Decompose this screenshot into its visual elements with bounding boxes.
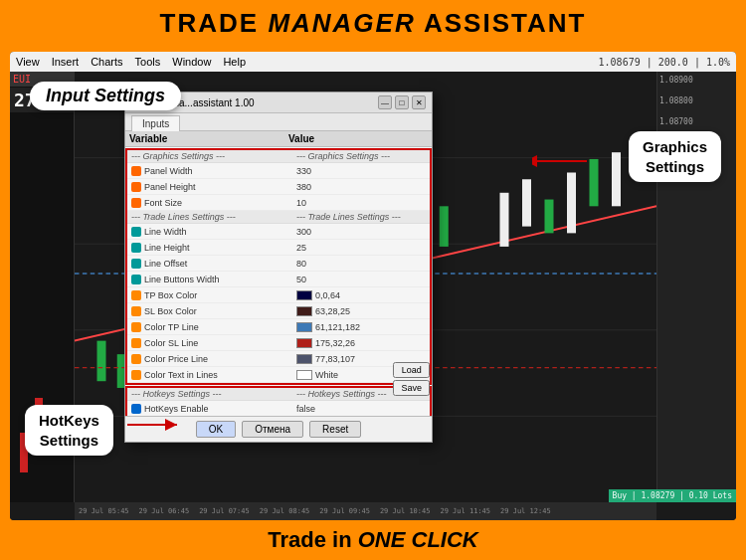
time-3: 29 Jul 07:45 [199, 507, 250, 515]
trade-lines-header: --- Trade Lines Settings --- --- Trade L… [127, 211, 430, 224]
dialog-controls: — □ ✕ [378, 95, 426, 109]
row-line-offset[interactable]: Line Offset 80 [127, 256, 430, 272]
time-2: 29 Jul 06:45 [139, 507, 190, 515]
close-button[interactable]: ✕ [412, 95, 426, 109]
icon-color-tp-line [131, 322, 141, 332]
time-8: 29 Jul 12:45 [500, 507, 551, 515]
svg-rect-22 [440, 206, 449, 247]
row-name-color-tp-line: Color TP Line [144, 322, 296, 332]
time-6: 29 Jul 10:45 [380, 507, 431, 515]
trade-lines-name: --- Trade Lines Settings --- [131, 212, 296, 222]
row-name-color-price-line: Color Price Line [144, 354, 296, 364]
load-button[interactable]: Load [393, 362, 430, 378]
hotkeys-header-name: --- Hotkeys Settings --- [131, 389, 296, 399]
row-name-panel-height: Panel Height [144, 182, 296, 192]
graphics-header-value: --- Graphics Settings --- [296, 151, 426, 161]
icon-sl-box-color [131, 306, 141, 316]
menu-charts[interactable]: Charts [91, 56, 122, 68]
ok-button[interactable]: OK [196, 421, 236, 438]
row-value-panel-width: 330 [296, 166, 426, 176]
row-value-sl-box-color: 63,28,25 [296, 306, 426, 316]
menu-view[interactable]: View [16, 56, 40, 68]
icon-color-sl-line [131, 338, 141, 348]
graphics-header-name: --- Graphics Settings --- [131, 151, 296, 161]
icon-line-buttons-width [131, 275, 141, 284]
row-name-panel-width: Panel Width [144, 166, 296, 176]
row-color-text[interactable]: Color Text in Lines White [127, 367, 430, 383]
icon-panel-width [131, 166, 141, 176]
save-button[interactable]: Save [393, 380, 430, 396]
menu-help[interactable]: Help [223, 56, 246, 68]
row-value-hotkeys-enable: false [296, 404, 426, 414]
hotkeys-section-header: --- Hotkeys Settings --- --- Hotkeys Set… [127, 388, 430, 401]
hotkeys-callout: HotKeysSettings [25, 405, 113, 456]
time-7: 29 Jul 11:45 [440, 507, 490, 515]
row-name-color-text: Color Text in Lines [144, 370, 296, 380]
row-name-font-size: Font Size [144, 198, 296, 208]
menu-tools[interactable]: Tools [135, 56, 161, 68]
svg-rect-28 [612, 152, 621, 206]
menu-insert[interactable]: Insert [52, 56, 80, 68]
icon-panel-height [131, 182, 141, 192]
row-panel-height[interactable]: Panel Height 380 [127, 179, 430, 195]
row-font-size[interactable]: Font Size 10 [127, 195, 430, 211]
maximize-button[interactable]: □ [395, 95, 409, 109]
row-line-buttons-width[interactable]: Line Buttons Width 50 [127, 272, 430, 287]
sl-line-swatch [296, 338, 312, 348]
svg-rect-25 [545, 200, 554, 234]
row-name-line-height: Line Height [144, 243, 296, 253]
row-color-price-line[interactable]: Color Price Line 77,83,107 [127, 351, 430, 367]
banner-text-trade: TRADE [160, 8, 269, 38]
row-value-tp-box-color: 0,0,64 [296, 290, 426, 300]
row-value-font-size: 10 [296, 198, 426, 208]
graphics-section: --- Graphics Settings --- --- Graphics S… [125, 148, 432, 385]
icon-tp-box-color [131, 290, 141, 300]
hotkeys-section: --- Hotkeys Settings --- --- Hotkeys Set… [125, 386, 432, 416]
svg-rect-26 [567, 172, 576, 233]
menu-bar: View Insert Charts Tools Window Help 1.0… [10, 52, 736, 72]
row-value-panel-height: 380 [296, 182, 426, 192]
col-value: Value [288, 133, 418, 144]
row-line-height[interactable]: Line Height 25 [127, 240, 430, 256]
row-hotkeys-enable[interactable]: HotKeys Enable false [127, 401, 430, 416]
row-value-line-height: 25 [296, 243, 426, 253]
row-color-tp-line[interactable]: Color TP Line 61,121,182 [127, 319, 430, 335]
svg-rect-24 [522, 179, 531, 226]
top-banner: TRADE MANAGER ASSISTANT [0, 0, 746, 45]
hotkeys-callout-label: HotKeysSettings [39, 412, 99, 449]
row-color-sl-line[interactable]: Color SL Line 175,32,26 [127, 335, 430, 351]
sl-swatch [296, 306, 312, 316]
icon-font-size [131, 198, 141, 208]
row-sl-box-color[interactable]: SL Box Color 63,28,25 [127, 303, 430, 319]
price-display: 1.08679 | 200.0 | 1.0% [599, 57, 730, 68]
col-variable: Variable [129, 133, 288, 144]
icon-color-price-line [131, 354, 141, 364]
row-value-line-buttons-width: 50 [296, 275, 426, 284]
banner-text-assistant: ASSISTANT [416, 8, 587, 38]
row-panel-width[interactable]: Panel Width 330 [127, 163, 430, 179]
time-4: 29 Jul 08:45 [260, 507, 310, 515]
settings-table[interactable]: --- Graphics Settings --- --- Graphics S… [125, 147, 432, 416]
right-side-btns: Load Save [393, 362, 430, 396]
row-value-color-sl-line: 175,32,26 [296, 338, 426, 348]
row-line-width[interactable]: Line Width 300 [127, 224, 430, 240]
main-content: View Insert Charts Tools Window Help 1.0… [10, 52, 736, 520]
row-name-line-buttons-width: Line Buttons Width [144, 275, 296, 284]
price-line-swatch [296, 354, 312, 364]
tab-inputs[interactable]: Inputs [131, 115, 180, 131]
icon-hotkeys-enable [131, 404, 141, 414]
input-settings-label: Input Settings [46, 86, 165, 105]
buy-bar: Buy | 1.08279 | 0.10 Lots [609, 489, 736, 502]
icon-line-offset [131, 259, 141, 269]
hotkeys-arrow [127, 417, 187, 433]
cancel-button[interactable]: Отмена [242, 421, 303, 438]
minimize-button[interactable]: — [378, 95, 392, 109]
reset-button[interactable]: Reset [309, 421, 361, 438]
menu-window[interactable]: Window [172, 56, 211, 68]
table-header: Variable Value [125, 131, 432, 147]
row-name-color-sl-line: Color SL Line [144, 338, 296, 348]
dialog-box: Trade Mana...assistant 1.00 — □ ✕ Inputs… [124, 92, 433, 443]
graphics-callout-label: GraphicsSettings [643, 138, 707, 175]
tp-swatch [296, 290, 312, 300]
row-tp-box-color[interactable]: TP Box Color 0,0,64 [127, 287, 430, 303]
